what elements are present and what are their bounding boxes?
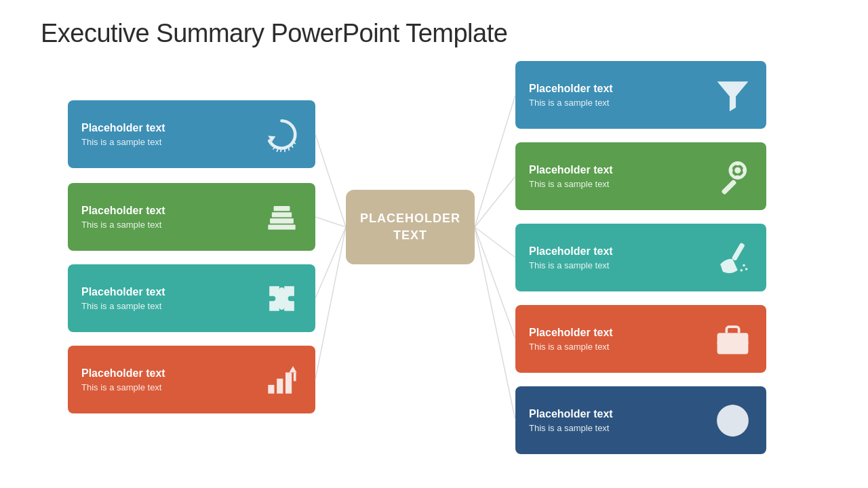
svg-line-6 — [475, 227, 515, 258]
svg-rect-21 — [268, 384, 274, 393]
svg-marker-24 — [289, 366, 296, 372]
right-card-3-title: Placeholder text — [529, 245, 613, 258]
right-card-1-text: Placeholder text This is a sample text — [529, 83, 613, 108]
right-card-3-text: Placeholder text This is a sample text — [529, 245, 613, 270]
left-card-3-title: Placeholder text — [81, 286, 165, 298]
left-card-2-sub: This is a sample text — [81, 220, 165, 230]
svg-line-0 — [315, 134, 346, 227]
svg-point-27 — [734, 167, 741, 173]
left-card-1-text: Placeholder text This is a sample text — [81, 122, 165, 147]
svg-line-1 — [315, 217, 346, 227]
svg-line-8 — [475, 227, 515, 420]
briefcase-icon — [712, 319, 753, 359]
svg-line-7 — [475, 227, 515, 339]
center-hub-text: PLACEHOLDERTEXT — [360, 210, 460, 244]
svg-rect-23 — [285, 372, 292, 393]
right-card-1-title: Placeholder text — [529, 83, 613, 95]
right-card-2-title: Placeholder text — [529, 164, 613, 176]
svg-line-5 — [475, 176, 515, 227]
left-card-4[interactable]: Placeholder text This is a sample text — [68, 346, 315, 413]
center-hub: PLACEHOLDERTEXT — [346, 190, 475, 264]
right-card-2[interactable]: Placeholder text This is a sample text — [515, 142, 766, 210]
left-card-4-sub: This is a sample text — [81, 382, 165, 392]
svg-point-35 — [745, 268, 747, 270]
left-card-1-sub: This is a sample text — [81, 137, 165, 147]
right-card-3[interactable]: Placeholder text This is a sample text — [515, 224, 766, 291]
right-card-5-title: Placeholder text — [529, 408, 613, 420]
svg-rect-32 — [743, 168, 747, 172]
svg-rect-33 — [731, 242, 745, 260]
right-card-1[interactable]: Placeholder text This is a sample text — [515, 61, 766, 129]
svg-rect-20 — [273, 206, 290, 211]
right-card-2-text: Placeholder text This is a sample text — [529, 164, 613, 189]
svg-line-3 — [315, 227, 346, 380]
svg-point-34 — [743, 264, 745, 266]
brush-icon — [712, 237, 753, 278]
svg-rect-18 — [270, 218, 294, 223]
refresh-icon — [261, 114, 302, 155]
puzzle-icon — [261, 278, 302, 319]
svg-point-36 — [740, 269, 743, 272]
page-title: Executive Summary PowerPoint Template — [41, 19, 507, 48]
right-card-5[interactable]: Placeholder text This is a sample text — [515, 386, 766, 454]
svg-rect-28 — [721, 179, 736, 195]
svg-rect-30 — [736, 175, 740, 179]
right-card-5-text: Placeholder text This is a sample text — [529, 408, 613, 433]
building-icon — [261, 197, 302, 237]
right-card-5-sub: This is a sample text — [529, 423, 613, 433]
left-card-2[interactable]: Placeholder text This is a sample text — [68, 183, 315, 251]
left-card-4-title: Placeholder text — [81, 367, 165, 380]
right-card-4[interactable]: Placeholder text This is a sample text — [515, 305, 766, 373]
svg-rect-31 — [729, 168, 733, 172]
svg-rect-17 — [268, 224, 295, 229]
svg-line-2 — [315, 227, 346, 298]
svg-rect-25 — [293, 372, 296, 381]
right-card-3-sub: This is a sample text — [529, 260, 613, 270]
chart-icon — [261, 359, 302, 400]
left-card-3-text: Placeholder text This is a sample text — [81, 286, 165, 311]
svg-rect-19 — [271, 212, 291, 217]
svg-line-4 — [475, 95, 515, 227]
funnel-icon — [712, 75, 753, 115]
left-card-1-title: Placeholder text — [81, 122, 165, 134]
wrench-icon — [712, 156, 753, 197]
left-card-1[interactable]: Placeholder text This is a sample text — [68, 100, 315, 168]
right-card-4-text: Placeholder text This is a sample text — [529, 327, 613, 352]
left-card-2-text: Placeholder text This is a sample text — [81, 205, 165, 230]
right-card-4-sub: This is a sample text — [529, 342, 613, 352]
svg-rect-22 — [277, 378, 283, 393]
globe-icon — [712, 400, 753, 441]
left-card-3-sub: This is a sample text — [81, 301, 165, 311]
left-card-4-text: Placeholder text This is a sample text — [81, 367, 165, 392]
right-card-2-sub: This is a sample text — [529, 179, 613, 189]
right-card-4-title: Placeholder text — [529, 327, 613, 339]
right-card-1-sub: This is a sample text — [529, 98, 613, 108]
svg-rect-39 — [730, 339, 734, 346]
left-card-2-title: Placeholder text — [81, 205, 165, 217]
left-card-3[interactable]: Placeholder text This is a sample text — [68, 264, 315, 332]
svg-rect-29 — [736, 161, 740, 165]
